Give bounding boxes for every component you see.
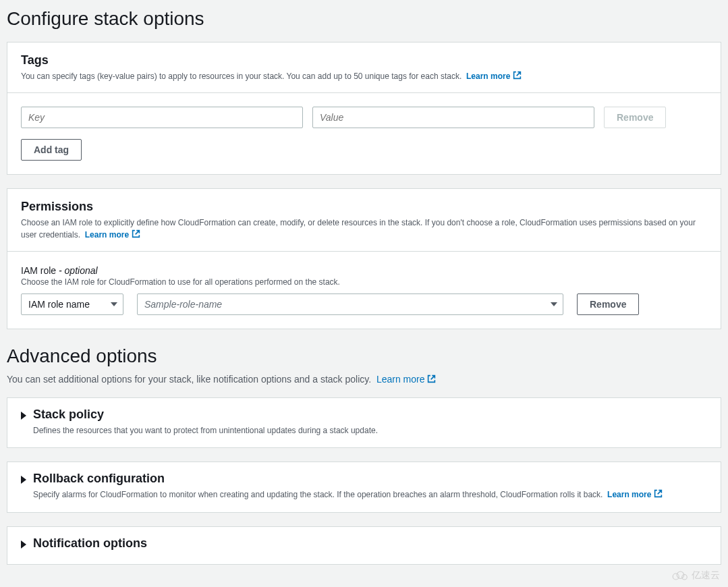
tag-key-input[interactable] [21, 107, 303, 128]
iam-role-name-select[interactable]: Sample-role-name [137, 294, 563, 315]
cloud-icon [670, 569, 689, 582]
permissions-header: Permissions Choose an IAM role to explic… [7, 189, 721, 252]
external-link-icon [132, 229, 140, 242]
external-link-icon [427, 374, 436, 385]
rollback-toggle[interactable]: Rollback configuration [21, 472, 707, 486]
notification-toggle[interactable]: Notification options [21, 536, 707, 551]
tags-section: Tags You can specify tags (key-value pai… [7, 42, 721, 175]
rollback-desc: Specify alarms for CloudFormation to mon… [33, 488, 707, 501]
remove-role-button[interactable]: Remove [577, 294, 639, 315]
advanced-options-desc: You can set additional options for your … [7, 374, 721, 385]
tags-header: Tags You can specify tags (key-value pai… [7, 43, 721, 93]
watermark: 亿速云 [670, 569, 720, 582]
permissions-title: Permissions [21, 200, 707, 214]
tags-title: Tags [21, 53, 707, 67]
stack-policy-panel: Stack policy Defines the resources that … [7, 397, 721, 448]
advanced-options-title: Advanced options [7, 345, 721, 367]
advanced-learn-more-link[interactable]: Learn more [376, 374, 437, 385]
caret-down-icon [551, 302, 557, 306]
permissions-description: Choose an IAM role to explicitly define … [21, 217, 707, 242]
permissions-learn-more-link[interactable]: Learn more [85, 230, 140, 240]
notification-title: Notification options [33, 536, 147, 551]
iam-role-label: IAM role - optional [21, 265, 707, 276]
iam-role-desc: Choose the IAM role for CloudFormation t… [21, 277, 707, 287]
iam-role-type-value: IAM role name [28, 299, 90, 310]
external-link-icon [654, 489, 663, 501]
page-title: Configure stack options [7, 8, 721, 30]
stack-policy-desc: Defines the resources that you want to p… [33, 424, 707, 437]
iam-role-row: IAM role name Sample-role-name Remove [21, 294, 707, 315]
iam-role-type-select[interactable]: IAM role name [21, 294, 123, 315]
svg-point-2 [682, 575, 688, 580]
rollback-title: Rollback configuration [33, 472, 165, 486]
permissions-section: Permissions Choose an IAM role to explic… [7, 188, 721, 329]
permissions-body: IAM role - optional Choose the IAM role … [7, 252, 721, 329]
tags-body: Remove Add tag [7, 93, 721, 174]
caret-down-icon [111, 302, 117, 306]
svg-point-0 [673, 574, 679, 580]
tags-description: You can specify tags (key-value pairs) t… [21, 70, 707, 83]
stack-policy-title: Stack policy [33, 408, 104, 422]
stack-policy-toggle[interactable]: Stack policy [21, 408, 707, 422]
chevron-right-icon [21, 476, 26, 484]
tags-learn-more-link[interactable]: Learn more [466, 72, 522, 81]
chevron-right-icon [21, 540, 26, 549]
rollback-panel: Rollback configuration Specify alarms fo… [7, 462, 721, 513]
rollback-learn-more-link[interactable]: Learn more [607, 490, 663, 499]
add-tag-button[interactable]: Add tag [21, 139, 82, 161]
chevron-right-icon [21, 412, 26, 420]
remove-tag-button[interactable]: Remove [604, 107, 666, 128]
tag-row: Remove [21, 107, 707, 128]
iam-role-name-placeholder: Sample-role-name [144, 299, 222, 310]
notification-panel: Notification options [7, 526, 721, 565]
external-link-icon [513, 71, 522, 83]
tag-value-input[interactable] [312, 107, 594, 128]
iam-role-label-block: IAM role - optional Choose the IAM role … [21, 265, 707, 287]
